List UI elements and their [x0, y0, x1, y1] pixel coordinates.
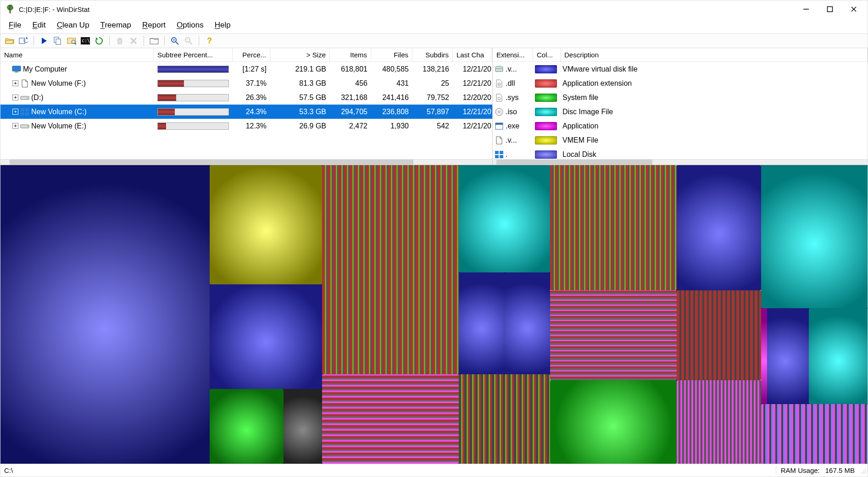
- iso-icon: [495, 108, 504, 116]
- svg-point-54: [862, 472, 862, 473]
- row-lastchange: 12/21/20: [453, 65, 492, 73]
- svg-point-55: [863, 472, 864, 473]
- menu-file[interactable]: File: [4, 20, 26, 31]
- delete-recycle-icon[interactable]: [113, 34, 126, 47]
- svg-rect-50: [500, 155, 503, 158]
- col-percent[interactable]: Perce...: [233, 48, 270, 61]
- play-icon[interactable]: [38, 34, 50, 47]
- expand-icon[interactable]: +: [12, 94, 18, 100]
- treemap-drive-f[interactable]: [0, 165, 322, 464]
- close-button[interactable]: [842, 0, 866, 18]
- extension-row[interactable]: .v...VMware virtual disk file: [493, 62, 868, 76]
- delete-icon[interactable]: [127, 34, 140, 47]
- console-icon[interactable]: c:\: [79, 34, 92, 47]
- zoom-out-icon[interactable]: [182, 34, 195, 47]
- col-size[interactable]: > Size: [270, 48, 330, 61]
- row-subdirs: 138,216: [412, 65, 453, 73]
- menu-options[interactable]: Options: [172, 20, 208, 31]
- row-files: 236,808: [371, 108, 412, 116]
- status-path: C:\: [0, 466, 776, 474]
- col-subdirs[interactable]: Subdirs: [412, 48, 453, 61]
- percent-bar: [157, 66, 229, 73]
- ext-name: .exe: [506, 122, 519, 130]
- extension-row[interactable]: .sysSystem file: [493, 90, 868, 105]
- menu-cleanup[interactable]: Clean Up: [52, 20, 94, 31]
- separator: [109, 36, 110, 46]
- color-swatch: [535, 108, 557, 116]
- extension-row[interactable]: .dllApplication extension: [493, 76, 868, 90]
- col-files[interactable]: Files: [371, 48, 412, 61]
- menu-treemap[interactable]: Treemap: [96, 20, 136, 31]
- percent-bar: [157, 122, 229, 130]
- col-extension[interactable]: Extensi...: [493, 48, 533, 61]
- directory-row[interactable]: +New Volume (C:)24.3%53.3 GB294,705236,8…: [0, 105, 492, 119]
- svg-point-56: [865, 472, 866, 473]
- extension-scrollbar[interactable]: [493, 159, 868, 165]
- row-size: 26.9 GB: [270, 122, 330, 130]
- refresh-all-icon[interactable]: [17, 34, 30, 47]
- maximize-button[interactable]: [818, 0, 842, 18]
- ext-name: .dll: [506, 79, 515, 88]
- row-items: 321,168: [330, 94, 371, 102]
- directory-list-header[interactable]: Name Subtree Percent... Perce... > Size …: [0, 48, 492, 62]
- col-lastchange[interactable]: Last Cha: [453, 48, 491, 61]
- svg-rect-28: [12, 66, 21, 71]
- extension-row[interactable]: .exeApplication: [493, 119, 868, 133]
- ext-description: System file: [561, 94, 868, 102]
- treemap-drive-d[interactable]: [322, 165, 550, 464]
- menu-help[interactable]: Help: [210, 20, 235, 31]
- menu-report[interactable]: Report: [138, 20, 170, 31]
- col-description[interactable]: Description: [561, 48, 868, 61]
- directory-scrollbar[interactable]: [0, 159, 492, 165]
- explorer-icon[interactable]: [65, 34, 78, 47]
- expand-icon[interactable]: +: [12, 80, 18, 86]
- empty-folder-icon[interactable]: [148, 34, 161, 47]
- svg-rect-49: [495, 155, 499, 158]
- row-name: (D:): [31, 94, 44, 102]
- svg-line-21: [176, 42, 178, 44]
- row-size: 53.3 GB: [270, 108, 330, 116]
- app-icon: [5, 4, 15, 14]
- ext-name: .v...: [506, 136, 517, 144]
- vmdk-icon: [495, 65, 504, 73]
- treemap[interactable]: [0, 165, 868, 464]
- extension-list-header[interactable]: Extensi... Col... Description: [493, 48, 868, 62]
- row-items: 456: [330, 79, 371, 88]
- help-icon[interactable]: ?: [203, 34, 216, 47]
- open-icon[interactable]: [3, 34, 16, 47]
- directory-row[interactable]: +(D:)26.3%57.5 GB321,168241,41679,75212/…: [0, 90, 492, 105]
- zoom-in-icon[interactable]: [168, 34, 181, 47]
- col-name[interactable]: Name: [0, 48, 154, 61]
- minimize-button[interactable]: [794, 0, 818, 18]
- treemap-drive-c[interactable]: [550, 165, 761, 464]
- ext-description: Local Disk: [561, 150, 868, 159]
- status-bar: C:\ RAM Usage: 167.5 MB: [0, 464, 868, 477]
- row-files: 431: [371, 79, 412, 88]
- treemap-drive-e[interactable]: [761, 165, 868, 464]
- row-percent: [1:27 s]: [233, 65, 270, 73]
- directory-row[interactable]: My Computer[1:27 s]219.1 GB618,801480,58…: [0, 62, 492, 76]
- extension-row[interactable]: .isoDisc Image File: [493, 105, 868, 119]
- row-lastchange: 12/20/20: [453, 94, 492, 102]
- file-icon: [20, 79, 29, 88]
- expand-icon[interactable]: +: [12, 109, 18, 115]
- directory-row[interactable]: +New Volume (F:)37.1%81.3 GB4564312512/2…: [0, 76, 492, 90]
- color-swatch: [535, 94, 557, 102]
- col-items[interactable]: Items: [330, 48, 371, 61]
- expand-icon[interactable]: +: [12, 123, 18, 129]
- refresh-icon[interactable]: [93, 34, 106, 47]
- row-lastchange: 12/21/20: [453, 122, 492, 130]
- separator: [144, 36, 144, 46]
- directory-row[interactable]: +New Volume (E:)12.3%26.9 GB2,4721,93054…: [0, 119, 492, 133]
- row-items: 294,705: [330, 108, 371, 116]
- extension-row[interactable]: .Local Disk: [493, 147, 868, 159]
- col-color[interactable]: Col...: [533, 48, 561, 61]
- copy-icon[interactable]: [51, 34, 64, 47]
- svg-point-44: [498, 111, 500, 113]
- menu-edit[interactable]: Edit: [28, 20, 50, 31]
- extension-row[interactable]: .v...VMEM File: [493, 133, 868, 147]
- col-subtree[interactable]: Subtree Percent...: [154, 48, 233, 61]
- directory-list[interactable]: Name Subtree Percent... Perce... > Size …: [0, 48, 493, 165]
- extension-list[interactable]: Extensi... Col... Description .v...VMwar…: [493, 48, 868, 165]
- resize-grip-icon[interactable]: [860, 467, 867, 474]
